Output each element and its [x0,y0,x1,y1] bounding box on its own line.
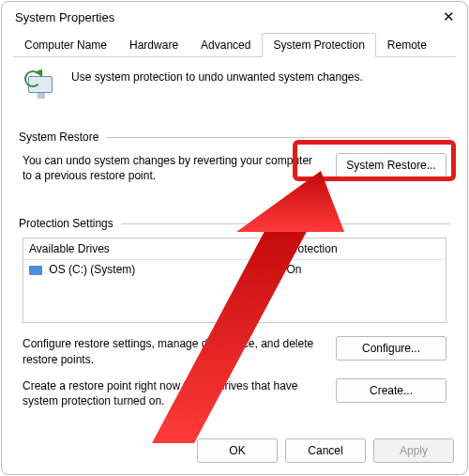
intro-row: Use system protection to undo unwanted s… [19,67,450,117]
system-restore-button[interactable]: System Restore... [336,153,446,177]
drive-name: OS (C:) (System) [49,263,135,276]
configure-button[interactable]: Configure... [336,336,446,361]
system-protection-icon [24,70,58,104]
intro-text: Use system protection to undo unwanted s… [71,70,363,84]
tab-computer-name[interactable]: Computer Name [13,33,118,57]
tab-hardware[interactable]: Hardware [118,33,189,57]
group-title-protection: Protection Settings [19,217,113,230]
drives-table: Available Drives Protection OS (C:) (Sys… [23,238,446,323]
titlebar: System Properties ✕ [2,2,467,28]
divider [106,137,450,138]
tab-strip: Computer Name Hardware Advanced System P… [2,28,467,56]
divider [121,223,450,224]
drive-icon [29,266,42,275]
create-desc: Create a restore point right now for the… [23,378,325,408]
tab-remote[interactable]: Remote [376,33,438,57]
system-properties-window: System Properties ✕ Computer Name Hardwa… [1,1,468,475]
restore-desc: You can undo system changes by reverting… [23,153,325,183]
apply-button[interactable]: Apply [373,438,454,463]
ok-button[interactable]: OK [197,438,278,463]
configure-desc: Configure restore settings, manage disk … [23,336,325,366]
close-icon[interactable]: ✕ [441,9,456,24]
dialog-button-bar: OK Cancel Apply [2,429,467,474]
col-header-drive: Available Drives [23,238,281,260]
tab-system-protection[interactable]: System Protection [262,33,375,57]
drives-header: Available Drives Protection [23,238,446,260]
group-system-restore: System Restore You can undo system chang… [19,131,450,191]
drive-protection: On [281,260,446,279]
tab-advanced[interactable]: Advanced [189,33,262,57]
col-header-protection: Protection [281,238,446,260]
cancel-button[interactable]: Cancel [285,438,366,463]
tab-panel: Use system protection to undo unwanted s… [13,56,456,429]
window-title: System Properties [15,10,114,24]
group-protection-settings: Protection Settings Available Drives Pro… [19,217,450,410]
table-row[interactable]: OS (C:) (System) On [23,260,446,279]
group-title-restore: System Restore [19,131,98,144]
create-button[interactable]: Create... [336,378,446,403]
